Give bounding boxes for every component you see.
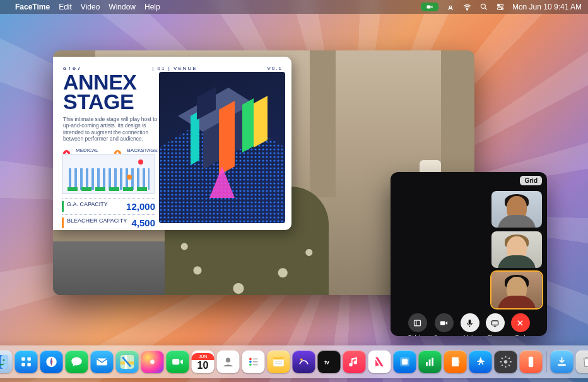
menubar-datetime[interactable]: Mon Jun 10 9:41 AM	[512, 3, 582, 11]
svg-rect-39	[172, 359, 179, 364]
svg-rect-0	[426, 6, 430, 9]
svg-rect-56	[452, 357, 459, 367]
svg-point-41	[249, 358, 252, 361]
mute-button[interactable]: Mute	[461, 313, 479, 336]
svg-rect-33	[97, 359, 107, 366]
dock-appletv[interactable]: tv	[318, 350, 341, 373]
doc-body: This intimate side stage will play host …	[63, 116, 164, 143]
svg-rect-29	[27, 363, 31, 367]
dock-reminders[interactable]	[242, 350, 265, 373]
spotlight-icon[interactable]	[479, 3, 488, 11]
bleacher-label: BLEACHER CAPACITY	[62, 217, 127, 228]
dock-calendar[interactable]: JUN 10	[192, 350, 215, 373]
svg-point-6	[498, 5, 500, 6]
end-call-button[interactable]: End	[511, 313, 530, 336]
svg-marker-16	[254, 96, 268, 148]
svg-rect-46	[253, 364, 258, 366]
menubar: FaceTime Edit Video Window Help Mon Jun …	[0, 0, 588, 14]
dock-maps[interactable]	[116, 350, 139, 373]
dock-facetime[interactable]	[167, 350, 189, 373]
ga-label: G.A. CAPACITY	[62, 201, 108, 212]
svg-rect-21	[492, 320, 498, 325]
dock-mail[interactable]	[91, 350, 114, 373]
svg-rect-58	[529, 357, 533, 368]
menu-help[interactable]: Help	[144, 3, 160, 11]
doc-isometric-render	[159, 72, 285, 223]
dock-trash[interactable]	[576, 350, 589, 373]
doc-breadcrumb: | 01 | VENUE	[152, 66, 197, 71]
dock-safari[interactable]	[40, 350, 63, 373]
share-button[interactable]: Share	[486, 313, 505, 336]
svg-rect-18	[415, 320, 421, 326]
svg-point-40	[226, 358, 230, 362]
svg-point-7	[501, 8, 502, 9]
svg-rect-59	[558, 364, 566, 366]
menu-window[interactable]: Window	[109, 3, 136, 11]
svg-marker-14	[242, 98, 254, 153]
dock-news[interactable]	[368, 350, 391, 373]
dock-messages[interactable]	[66, 350, 88, 373]
dock-freeform[interactable]	[293, 350, 315, 373]
svg-point-45	[249, 364, 252, 366]
svg-rect-54	[429, 359, 431, 366]
wifi-icon[interactable]	[462, 3, 472, 12]
svg-rect-42	[253, 359, 258, 360]
bleacher-value: 4,500	[131, 217, 155, 228]
svg-text:tv: tv	[324, 360, 329, 366]
participant-thumbnails	[491, 191, 542, 308]
camera-button[interactable]: Camera	[434, 313, 454, 336]
participant-thumb-2[interactable]	[491, 231, 542, 268]
facetime-control-bar: Sidebar Camera Mute Share End	[391, 308, 547, 336]
dock-settings[interactable]	[495, 350, 517, 373]
dock-notes[interactable]	[268, 350, 290, 373]
svg-rect-44	[253, 361, 258, 362]
dock-contacts[interactable]	[217, 350, 240, 373]
facetime-status-badge[interactable]	[421, 3, 438, 11]
doc-floorplan	[62, 154, 155, 194]
svg-rect-20	[469, 319, 471, 324]
dock-music[interactable]	[343, 350, 366, 373]
svg-rect-55	[432, 358, 433, 366]
dock-appstore[interactable]	[469, 350, 492, 373]
facetime-controls-window: Grid Sidebar Camera	[391, 172, 547, 336]
dock-photos[interactable]	[141, 350, 164, 373]
shared-document: o/o/ | 01 | VENUE V0.1 ANNEX STAGE This …	[53, 57, 291, 230]
dock-downloads[interactable]	[551, 350, 573, 373]
sidebar-button[interactable]: Sidebar	[408, 313, 427, 336]
doc-stats: G.A. CAPACITY 12,000 BLEACHER CAPACITY 4…	[62, 198, 155, 231]
svg-marker-12	[219, 101, 235, 175]
svg-rect-27	[27, 357, 31, 361]
svg-point-49	[300, 359, 303, 361]
dock-finder[interactable]	[0, 350, 13, 373]
dock-iphone-mirroring[interactable]	[520, 350, 543, 373]
ga-value: 12,000	[126, 201, 155, 212]
svg-point-25	[3, 359, 4, 361]
svg-rect-23	[1, 355, 8, 369]
airdrop-icon[interactable]	[446, 3, 455, 11]
svg-point-2	[467, 9, 468, 10]
grid-toggle-button[interactable]: Grid	[520, 176, 542, 185]
svg-rect-26	[21, 357, 25, 361]
doc-version: V0.1	[268, 66, 283, 71]
dock: JUN 10 tv	[0, 345, 588, 378]
dock-pages[interactable]	[444, 350, 467, 373]
menu-edit[interactable]: Edit	[59, 3, 72, 11]
svg-rect-48	[273, 357, 284, 360]
menu-video[interactable]: Video	[81, 3, 100, 11]
svg-point-43	[249, 361, 252, 363]
control-center-icon[interactable]	[496, 3, 505, 11]
svg-rect-19	[440, 321, 445, 325]
participant-thumb-self[interactable]	[491, 272, 542, 308]
dock-launchpad[interactable]	[15, 350, 38, 373]
menubar-app-name[interactable]: FaceTime	[15, 3, 50, 11]
dock-numbers[interactable]	[419, 350, 442, 373]
svg-rect-28	[21, 363, 25, 367]
participant-thumb-1[interactable]	[491, 191, 542, 228]
svg-rect-53	[426, 362, 428, 366]
svg-point-3	[481, 4, 485, 8]
svg-rect-52	[402, 359, 408, 364]
dock-appstore-alt[interactable]	[394, 350, 416, 373]
svg-point-57	[504, 360, 508, 364]
